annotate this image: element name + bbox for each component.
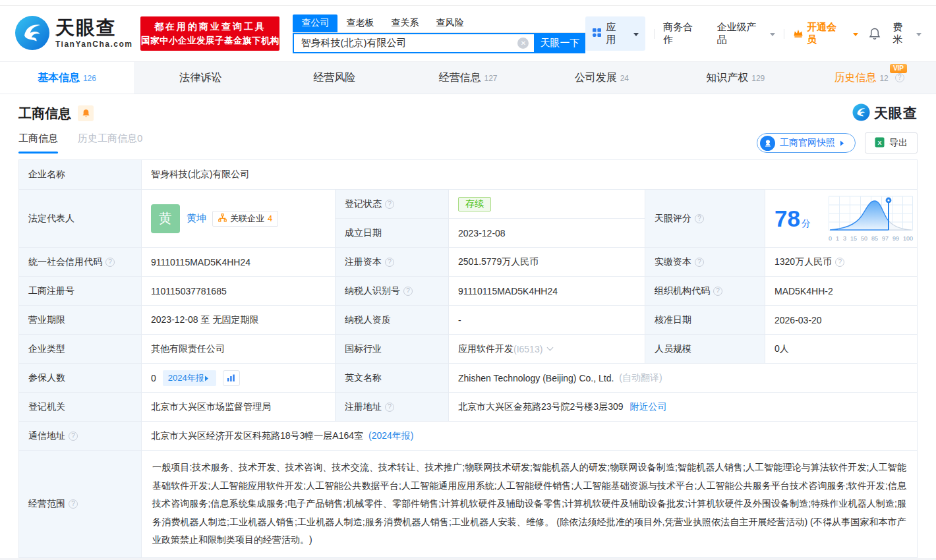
help-icon[interactable]: ? — [105, 258, 115, 267]
arrow-right-icon — [840, 141, 846, 146]
search-area: 查公司 查老板 查关系 查风险 ✕ 天眼一下 — [293, 14, 585, 53]
tab-operating-info[interactable]: 经营信息127 — [401, 62, 535, 94]
search-button[interactable]: 天眼一下 — [534, 33, 585, 53]
trend-chart-button[interactable] — [223, 370, 240, 386]
legal-rep-label: 法定代表人 — [19, 189, 141, 247]
tab-basic-info[interactable]: 基本信息126 — [0, 62, 134, 94]
reg-number-value: 110115037781685 — [141, 276, 335, 305]
notifications-bell-icon[interactable] — [869, 28, 881, 40]
search-input-box: ✕ — [293, 33, 534, 53]
crown-icon — [793, 28, 804, 40]
header-menu: 应用 商务合作 企业级产品 开通会员 费米 — [585, 16, 921, 51]
help-icon[interactable]: ? — [69, 432, 78, 441]
apps-grid-icon — [592, 28, 602, 40]
logo-text: 天眼查 — [55, 18, 132, 38]
search-tab-boss[interactable]: 查老板 — [337, 14, 382, 32]
header: 天眼查 TianYanCha.com 都在用的商业查询工具 国家中小企业发展子基… — [0, 6, 936, 61]
tab-company-development[interactable]: 公司发展24 — [535, 62, 668, 94]
search-tabs: 查公司 查老板 查关系 查风险 — [293, 14, 585, 33]
logo-domain: TianYanCha.com — [55, 40, 132, 49]
establish-date-label: 成立日期 — [335, 218, 448, 247]
reg-status-value: 存续 — [448, 189, 645, 218]
vip-badge: VIP — [890, 64, 907, 73]
reg-capital-value: 2501.5779万人民币 — [448, 247, 645, 276]
open-vip-button[interactable]: 开通会员 — [793, 21, 858, 46]
score-label: 天眼评分? — [645, 189, 765, 247]
establish-date-value: 2023-12-08 — [448, 218, 645, 247]
company-type-value: 其他有限责任公司 — [141, 334, 335, 363]
business-info-table: 企业名称 智身科技(北京)有限公司 法定代表人 黄 黄坤 关联企业 4 登记状态… — [18, 159, 918, 558]
credit-code-value: 91110115MAD5K4HH24 — [141, 247, 335, 276]
credit-code-label: 统一社会信用代码? — [19, 247, 141, 276]
avatar: 黄 — [151, 204, 180, 233]
staff-size-label: 人员规模 — [645, 334, 765, 363]
company-type-label: 企业类型 — [19, 334, 141, 363]
staff-size-value: 0人 — [765, 334, 917, 363]
divider — [654, 29, 655, 39]
apps-menu[interactable]: 应用 — [585, 16, 645, 51]
score-distribution-chart[interactable]: 0131550859799100 — [829, 196, 913, 242]
tianyancha-logo[interactable]: 天眼查 TianYanCha.com — [15, 15, 132, 53]
reg-address-label: 注册地址? — [335, 392, 448, 421]
taxpayer-id-label: 纳税人识别号? — [335, 276, 448, 305]
english-name-value: Zhishen Technology (Beijing) Co., Ltd. (… — [448, 363, 917, 392]
industry-value: 应用软件开发 (I6513) — [448, 334, 645, 363]
export-button[interactable]: X 导出 — [865, 132, 918, 154]
enterprise-products-menu[interactable]: 企业级产品 — [717, 21, 775, 46]
help-icon[interactable]: ? — [695, 258, 704, 267]
svg-text:X: X — [877, 139, 881, 146]
tab-history-info[interactable]: VIP 历史信息 12 ? — [802, 62, 936, 94]
chevron-down-icon[interactable] — [547, 345, 554, 351]
help-icon[interactable]: ? — [69, 499, 78, 509]
legal-rep-name-link[interactable]: 黄坤 — [187, 212, 206, 225]
search-tab-relation[interactable]: 查关系 — [382, 14, 427, 32]
annual-report-link[interactable]: (2024年报) — [368, 430, 413, 442]
apps-label: 应用 — [606, 21, 626, 46]
tab-intellectual-property[interactable]: 知识产权129 — [668, 62, 802, 94]
clear-search-icon[interactable]: ✕ — [517, 38, 529, 49]
reg-authority-value: 北京市大兴区市场监督管理局 — [141, 392, 335, 421]
business-cooperation-link[interactable]: 商务合作 — [663, 21, 703, 46]
help-icon[interactable]: ? — [385, 403, 394, 412]
main-content: 工商信息 天眼查 工商信息 历史工商信息0 — [0, 103, 936, 558]
help-icon[interactable]: ? — [695, 214, 704, 223]
help-icon[interactable]: ? — [835, 258, 844, 267]
mail-address-value: 北京市大兴区经济开发区科苑路18号3幢一层A164室 (2024年报) — [141, 421, 917, 450]
monitor-bell-icon[interactable] — [78, 105, 94, 121]
user-menu[interactable]: 费米 — [892, 21, 921, 46]
approval-date-value: 2026-03-20 — [765, 305, 917, 334]
tianyancha-logo-icon — [852, 103, 870, 123]
promo-line1: 都在用的商业查询工具 — [154, 21, 266, 33]
annual-report-badge[interactable]: 2024年报 — [163, 370, 216, 386]
subtab-history-business-info[interactable]: 历史工商信息0 — [78, 132, 142, 154]
company-name-label: 企业名称 — [19, 160, 141, 189]
company-search-input[interactable] — [301, 38, 517, 49]
taxpayer-quality-value: - — [448, 305, 645, 334]
help-icon[interactable]: ? — [385, 258, 394, 267]
help-icon[interactable]: ? — [385, 200, 394, 209]
search-tab-risk[interactable]: 查风险 — [427, 14, 472, 32]
help-icon[interactable]: ? — [713, 287, 722, 296]
reg-number-label: 工商注册号 — [19, 276, 141, 305]
approval-date-label: 核准日期 — [645, 305, 765, 334]
tab-legal-proceedings[interactable]: 法律诉讼 — [134, 62, 268, 94]
business-scope-label: 经营范围? — [19, 450, 141, 557]
promo-line2: 国家中小企业发展子基金旗下机构 — [141, 35, 279, 47]
reg-capital-label: 注册资本? — [335, 247, 448, 276]
insured-count-value: 0 2024年报 — [141, 363, 335, 392]
nearby-companies-link[interactable]: 附近公司 — [630, 401, 667, 413]
industry-label: 国标行业 — [335, 334, 448, 363]
subtab-business-info[interactable]: 工商信息 — [18, 132, 58, 154]
taxpayer-quality-label: 纳税人资质 — [335, 305, 448, 334]
snapshot-button[interactable]: 工商官网快照 — [757, 133, 856, 153]
org-code-value: MAD5K4HH-2 — [765, 276, 917, 305]
score-axis-ticks: 0131550859799100 — [829, 235, 913, 242]
chevron-down-icon — [853, 33, 858, 39]
search-tab-company[interactable]: 查公司 — [293, 14, 337, 32]
related-companies-badge[interactable]: 关联企业 4 — [212, 211, 278, 227]
help-icon[interactable]: ? — [403, 287, 413, 296]
help-icon[interactable]: ? — [895, 73, 904, 82]
taxpayer-id-value: 91110115MAD5K4HH24 — [448, 276, 645, 305]
status-badge: 存续 — [458, 197, 491, 211]
tab-operating-risk[interactable]: 经营风险 — [268, 62, 401, 94]
